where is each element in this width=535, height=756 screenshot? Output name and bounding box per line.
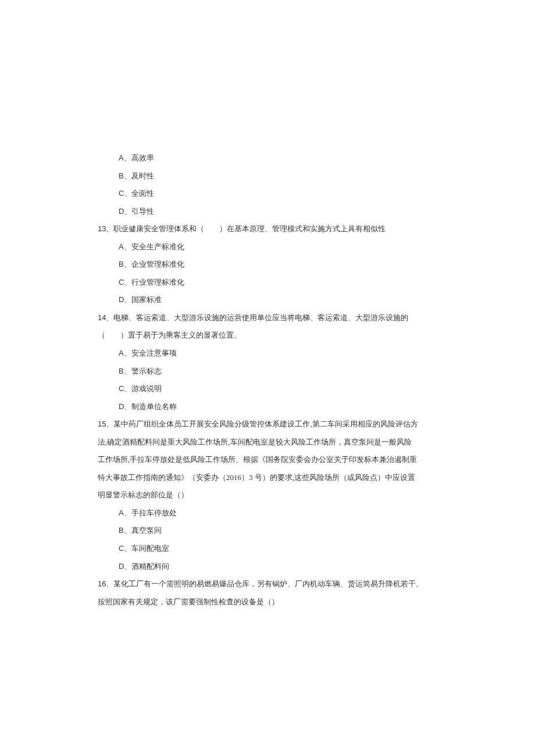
q13-option-C: C、行业管理标准化 (98, 274, 448, 292)
option-text: 高效率 (131, 153, 154, 162)
option-letter: C (119, 384, 124, 393)
question-text: 法,确定酒精配料间是重大风险工作场所,车间配电室是较大风险工作场所，真空泵间是一… (98, 438, 412, 446)
question-number: 15 (98, 420, 106, 428)
option-text: 酒精配料间 (131, 562, 169, 571)
q13-option-A: A、安全生产标准化 (98, 238, 448, 256)
option-letter: B (119, 260, 124, 268)
q12-option-A: A、高效率 (98, 149, 448, 167)
q15-stem-line3: 工作场所,手拉车停放处是低风险工作场所。根据《国务院安委会办公室关于印发标本兼治… (98, 451, 448, 469)
q15-option-A: A、手拉车停放处 (98, 504, 448, 522)
q14-option-D: D、制造单位名称 (98, 398, 448, 416)
option-text: 车间配电室 (131, 544, 169, 553)
option-text: 行业管理标准化 (131, 278, 184, 286)
option-text: 制造单位名称 (131, 402, 177, 411)
option-letter: B (119, 171, 124, 180)
option-text: 企业管理标准化 (131, 260, 184, 268)
option-sep: 、 (124, 207, 131, 216)
option-letter: B (119, 367, 124, 375)
q12-option-C: C、全面性 (98, 185, 448, 203)
option-text: 游戏说明 (131, 384, 162, 393)
q14-option-C: C、游戏说明 (98, 380, 448, 398)
option-letter: D (119, 402, 124, 411)
option-letter: A (119, 242, 124, 251)
q15-stem-line1: 15、某中药厂组织全体员工开展安全风险分级管控体系建设工作,第二车间采用相应的风… (98, 415, 448, 433)
option-sep: 、 (124, 295, 131, 304)
option-text: 真空泵间 (131, 526, 162, 535)
option-letter: A (119, 153, 124, 162)
question-text: 、电梯、客运索道、大型游乐设施的运营使用单位应当将电梯、客运索道、大型游乐设施的 (106, 313, 408, 322)
option-sep: 、 (124, 171, 131, 180)
option-letter: B (119, 526, 124, 535)
question-text: 特大事故工作指南的通知》（安委办（2016）3 号）的要求,这些风险场所（或风险… (98, 473, 415, 482)
q12-option-D: D、引导性 (98, 203, 448, 221)
q14-option-B: B、警示标志 (98, 363, 448, 381)
option-sep: 、 (124, 260, 131, 268)
q15-option-C: C、车间配电室 (98, 540, 448, 558)
question-text: 、某化工厂有一个需照明的易燃易爆品仓库，另有锅炉、厂内机动车辆、货运简易升降机若… (106, 579, 423, 588)
q14-stem-line1: 14、电梯、客运索道、大型游乐设施的运营使用单位应当将电梯、客运索道、大型游乐设… (98, 309, 448, 327)
option-letter: C (119, 189, 124, 198)
option-letter: D (119, 562, 124, 571)
question-text: 、职业健康安全管理体系和（ ）在基本原理、管理模式和实施方式上具有相似性 (106, 224, 386, 233)
content-block: A、高效率 B、及时性 C、全面性 D、引导性 13、职业健康安全管理体系和（ … (98, 149, 448, 611)
option-text: 安全生产标准化 (131, 242, 184, 251)
option-letter: A (119, 508, 124, 517)
q16-stem-line2: 按照国家有关规定，该厂需要强制性检查的设备是（） (98, 593, 448, 611)
q14-stem-line2: （ ）置于易于为乘客主义的显著位置。 (98, 327, 448, 345)
exam-page: A、高效率 B、及时性 C、全面性 D、引导性 13、职业健康安全管理体系和（ … (0, 0, 535, 756)
question-text: 按照国家有关规定，该厂需要强制性检查的设备是（） (98, 597, 279, 606)
option-sep: 、 (124, 153, 131, 162)
option-letter: A (119, 349, 124, 357)
option-sep: 、 (124, 189, 131, 198)
q15-stem-line4: 明显警示标志的部位是（） (98, 486, 448, 504)
option-text: 及时性 (131, 171, 154, 180)
q13-stem: 13、职业健康安全管理体系和（ ）在基本原理、管理模式和实施方式上具有相似性 (98, 220, 448, 238)
option-sep: 、 (124, 384, 131, 393)
q13-option-B: B、企业管理标准化 (98, 256, 448, 274)
option-letter: D (119, 207, 124, 216)
option-sep: 、 (124, 367, 131, 375)
q15-option-B: B、真空泵间 (98, 522, 448, 540)
question-number: 14 (98, 313, 106, 322)
question-text: 明显警示标志的部位是（） (98, 490, 188, 499)
option-text: 引导性 (131, 207, 154, 216)
option-sep: 、 (124, 278, 131, 286)
option-letter: D (119, 295, 124, 304)
question-number: 16 (98, 579, 106, 588)
q12-option-B: B、及时性 (98, 167, 448, 185)
q15-option-D: D、酒精配料间 (98, 558, 448, 576)
question-text: （ ）置于易于为乘客主义的显著位置。 (98, 331, 241, 339)
option-sep: 、 (124, 508, 131, 517)
question-number: 13 (98, 224, 106, 233)
option-text: 警示标志 (131, 367, 162, 375)
q16-stem-line1: 16、某化工厂有一个需照明的易燃易爆品仓库，另有锅炉、厂内机动车辆、货运简易升降… (98, 575, 448, 593)
option-text: 手拉车停放处 (131, 508, 177, 517)
q15-stem-line3b: 特大事故工作指南的通知》（安委办（2016）3 号）的要求,这些风险场所（或风险… (98, 469, 448, 487)
q13-option-D: D、国家标准 (98, 291, 448, 309)
option-letter: C (119, 278, 124, 286)
option-sep: 、 (124, 526, 131, 535)
option-text: 全面性 (131, 189, 154, 198)
option-sep: 、 (124, 242, 131, 251)
option-sep: 、 (124, 544, 131, 553)
option-sep: 、 (124, 349, 131, 357)
question-text: 工作场所,手拉车停放处是低风险工作场所。根据《国务院安委会办公室关于印发标本兼治… (98, 455, 417, 464)
option-text: 国家标准 (131, 295, 162, 304)
option-letter: C (119, 544, 124, 553)
option-sep: 、 (124, 402, 131, 411)
q15-stem-line2: 法,确定酒精配料间是重大风险工作场所,车间配电室是较大风险工作场所，真空泵间是一… (98, 433, 448, 452)
q14-option-A: A、安全注意事项 (98, 345, 448, 363)
option-sep: 、 (124, 562, 131, 571)
question-text: 、某中药厂组织全体员工开展安全风险分级管控体系建设工作,第二车间采用相应的风险评… (106, 420, 418, 428)
option-text: 安全注意事项 (131, 349, 177, 357)
